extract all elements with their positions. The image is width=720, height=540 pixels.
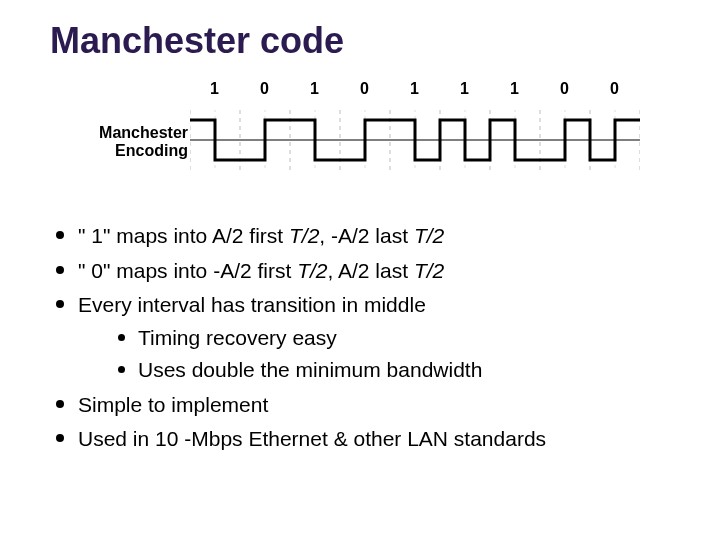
bullet-list: " 1" maps into A/2 first T/2, -A/2 last … (50, 220, 680, 456)
list-item: Every interval has transition in middleT… (50, 289, 680, 387)
bit-label: 1 (460, 80, 469, 98)
list-item: " 1" maps into A/2 first T/2, -A/2 last … (50, 220, 680, 253)
waveform-diagram: 101011100 Manchester Encoding (80, 80, 640, 190)
page-title: Manchester code (50, 20, 680, 62)
bit-label: 0 (560, 80, 569, 98)
bit-label: 0 (610, 80, 619, 98)
list-item: Timing recovery easy (116, 322, 680, 355)
list-item: Simple to implement (50, 389, 680, 422)
diagram-label: Manchester Encoding (80, 124, 188, 160)
list-item: Used in 10 -Mbps Ethernet & other LAN st… (50, 423, 680, 456)
bit-label: 0 (360, 80, 369, 98)
list-item: Uses double the minimum bandwidth (116, 354, 680, 387)
bit-label: 0 (260, 80, 269, 98)
bit-label: 1 (510, 80, 519, 98)
bit-labels-row: 101011100 (190, 80, 640, 100)
bit-label: 1 (410, 80, 419, 98)
waveform (190, 110, 640, 170)
bit-label: 1 (310, 80, 319, 98)
list-item: " 0" maps into -A/2 first T/2, A/2 last … (50, 255, 680, 288)
bit-label: 1 (210, 80, 219, 98)
